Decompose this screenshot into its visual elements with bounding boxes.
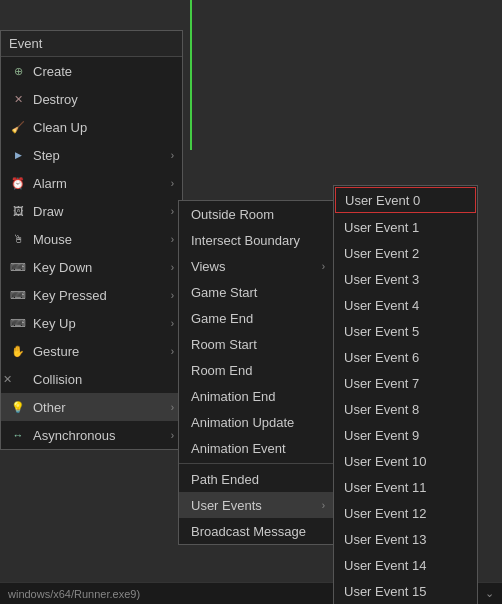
draw-arrow: › [171,206,174,217]
menu-item-cleanup[interactable]: Clean Up [1,113,182,141]
other-submenu: Outside Room Intersect Boundary Views › … [178,200,338,545]
menu-item-animation-update[interactable]: Animation Update [179,409,337,435]
gesture-icon [9,342,27,360]
keyup-arrow: › [171,318,174,329]
user-events-arrow: › [322,500,325,511]
step-arrow: › [171,150,174,161]
outside-room-label: Outside Room [191,207,325,222]
step-icon [9,146,27,164]
menu-item-user-event-11[interactable]: User Event 11 [334,474,477,500]
green-vertical-line [190,0,192,150]
menu-item-outside-room[interactable]: Outside Room [179,201,337,227]
menu-item-user-event-10[interactable]: User Event 10 [334,448,477,474]
collision-label: Collision [33,372,174,387]
create-label: Create [33,64,174,79]
user-event-8-label: User Event 8 [344,402,467,417]
async-arrow: › [171,430,174,441]
menu-item-alarm[interactable]: Alarm › [1,169,182,197]
keypressed-label: Key Pressed [33,288,171,303]
menu-item-intersect-boundary[interactable]: Intersect Boundary [179,227,337,253]
menu-item-draw[interactable]: Draw › [1,197,182,225]
menu-item-gesture[interactable]: Gesture › [1,337,182,365]
menu-item-user-event-6[interactable]: User Event 6 [334,344,477,370]
user-event-5-label: User Event 5 [344,324,467,339]
menu-item-game-end[interactable]: Game End [179,305,337,331]
menu-item-async[interactable]: Asynchronous › [1,421,182,449]
menu-item-path-ended[interactable]: Path Ended [179,466,337,492]
menu-item-user-event-0[interactable]: User Event 0 [335,187,476,213]
user-event-14-label: User Event 14 [344,558,467,573]
menu-item-step[interactable]: Step › [1,141,182,169]
menu-item-animation-end[interactable]: Animation End [179,383,337,409]
user-event-10-label: User Event 10 [344,454,467,469]
keyup-icon [9,314,27,332]
menu-item-game-start[interactable]: Game Start [179,279,337,305]
destroy-icon [9,90,27,108]
menu-item-user-event-4[interactable]: User Event 4 [334,292,477,318]
menu-item-user-event-13[interactable]: User Event 13 [334,526,477,552]
status-suffix: 9) [130,588,140,600]
menu-item-user-event-9[interactable]: User Event 9 [334,422,477,448]
views-arrow: › [322,261,325,272]
menu-item-user-event-7[interactable]: User Event 7 [334,370,477,396]
menu-item-user-event-15[interactable]: User Event 15 [334,578,477,604]
user-event-3-label: User Event 3 [344,272,467,287]
menu-item-user-event-1[interactable]: User Event 1 [334,214,477,240]
menu-item-keyup[interactable]: Key Up › [1,309,182,337]
chevron-down-icon[interactable] [485,587,494,600]
menu-item-user-event-8[interactable]: User Event 8 [334,396,477,422]
user-event-13-label: User Event 13 [344,532,467,547]
room-start-label: Room Start [191,337,325,352]
other-icon [9,398,27,416]
alarm-icon [9,174,27,192]
user-event-11-label: User Event 11 [344,480,467,495]
game-end-label: Game End [191,311,325,326]
user-event-15-label: User Event 15 [344,584,467,599]
keydown-arrow: › [171,262,174,273]
menu-item-create[interactable]: Create [1,57,182,85]
views-label: Views [191,259,322,274]
user-events-label: User Events [191,498,322,513]
menu-item-user-event-5[interactable]: User Event 5 [334,318,477,344]
user-event-2-label: User Event 2 [344,246,467,261]
menu-separator-1 [179,463,337,464]
cleanup-icon [9,118,27,136]
menu-item-keypressed[interactable]: Key Pressed › [1,281,182,309]
animation-event-label: Animation Event [191,441,325,456]
draw-label: Draw [33,204,171,219]
step-label: Step [33,148,171,163]
menu-item-user-event-12[interactable]: User Event 12 [334,500,477,526]
async-icon [9,426,27,444]
menu-item-user-event-2[interactable]: User Event 2 [334,240,477,266]
menu-item-user-event-3[interactable]: User Event 3 [334,266,477,292]
gesture-arrow: › [171,346,174,357]
event-header-label: Event [9,36,174,51]
event-header: Event [1,31,182,57]
menu-item-mouse[interactable]: Mouse › [1,225,182,253]
keypressed-arrow: › [171,290,174,301]
menu-item-keydown[interactable]: Key Down › [1,253,182,281]
menu-item-animation-event[interactable]: Animation Event [179,435,337,461]
menu-item-user-event-14[interactable]: User Event 14 [334,552,477,578]
keyup-label: Key Up [33,316,171,331]
menu-item-room-start[interactable]: Room Start [179,331,337,357]
user-event-12-label: User Event 12 [344,506,467,521]
user-event-4-label: User Event 4 [344,298,467,313]
event-menu-level1: Event Create Destroy Clean Up Step › Ala… [0,30,183,450]
menu-item-destroy[interactable]: Destroy [1,85,182,113]
gesture-label: Gesture [33,344,171,359]
menu-item-broadcast-message[interactable]: Broadcast Message [179,518,337,544]
menu-item-user-events[interactable]: User Events › [179,492,337,518]
keydown-label: Key Down [33,260,171,275]
menu-item-views[interactable]: Views › [179,253,337,279]
status-text: windows/x64/Runner.exe [8,588,130,600]
draw-icon [9,202,27,220]
collision-x-icon: ✕ [3,373,12,386]
path-ended-label: Path Ended [191,472,325,487]
menu-item-collision[interactable]: ✕ Collision [1,365,182,393]
user-event-0-label: User Event 0 [345,193,466,208]
menu-item-room-end[interactable]: Room End [179,357,337,383]
user-event-1-label: User Event 1 [344,220,467,235]
animation-update-label: Animation Update [191,415,325,430]
menu-item-other[interactable]: Other › [1,393,182,421]
